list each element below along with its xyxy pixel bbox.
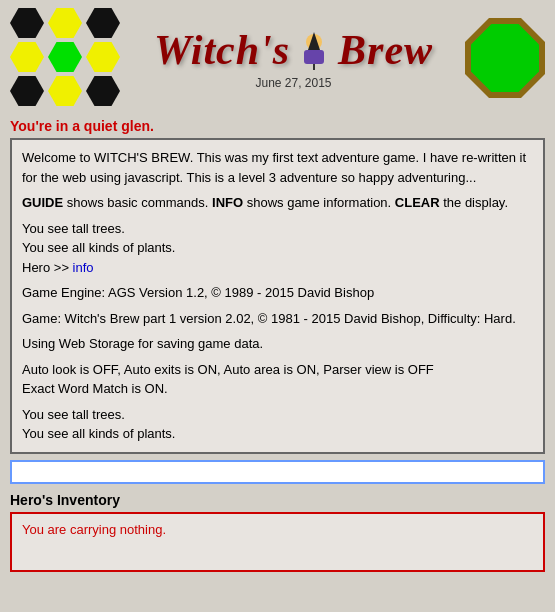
hex-3	[86, 8, 120, 38]
inventory-title: Hero's Inventory	[0, 488, 555, 510]
info-link[interactable]: info	[73, 260, 94, 275]
settings-text: Auto look is OFF, Auto exits is ON, Auto…	[22, 360, 533, 399]
right-octagon	[465, 18, 545, 98]
hex-8	[48, 76, 82, 106]
intro-text: Welcome to WITCH'S BREW. This was my fir…	[22, 148, 533, 187]
clear-label: CLEAR	[395, 195, 440, 210]
hex-1	[10, 8, 44, 38]
scene-text-2: You see tall trees. You see all kinds of…	[22, 405, 533, 444]
inventory-text: You are carrying nothing.	[22, 522, 166, 537]
right-octagon-inner	[471, 24, 539, 92]
location-title: You're in a quiet glen.	[0, 112, 555, 138]
storage-text: Using Web Storage for saving game data.	[22, 334, 533, 354]
hex-9	[86, 76, 120, 106]
header: Witch's Brew June 27, 2015	[0, 0, 555, 112]
hex-6	[86, 42, 120, 72]
title-image: Witch's Brew	[154, 26, 433, 74]
scene-text-1: You see tall trees. You see all kinds of…	[22, 219, 533, 278]
input-area	[10, 460, 545, 484]
commands-text: GUIDE shows basic commands. INFO shows g…	[22, 193, 533, 213]
game-text-area: Welcome to WITCH'S BREW. This was my fir…	[10, 138, 545, 454]
title-part2: Brew	[338, 26, 433, 74]
title-part1: Witch's	[154, 26, 290, 74]
hex-7	[10, 76, 44, 106]
witch-icon	[294, 30, 334, 70]
inventory-area: You are carrying nothing.	[10, 512, 545, 572]
guide-label: GUIDE	[22, 195, 63, 210]
hex-2	[48, 8, 82, 38]
svg-rect-2	[304, 50, 324, 64]
engine-text: Game Engine: AGS Version 1.2, © 1989 - 2…	[22, 283, 533, 303]
hex-4	[10, 42, 44, 72]
title-center: Witch's Brew June 27, 2015	[132, 26, 455, 90]
info-label: INFO	[212, 195, 243, 210]
game-line-text: Game: Witch's Brew part 1 version 2.02, …	[22, 309, 533, 329]
command-input[interactable]	[10, 460, 545, 484]
logo-hex-grid	[10, 8, 122, 108]
header-date: June 27, 2015	[255, 76, 331, 90]
hex-5	[48, 42, 82, 72]
